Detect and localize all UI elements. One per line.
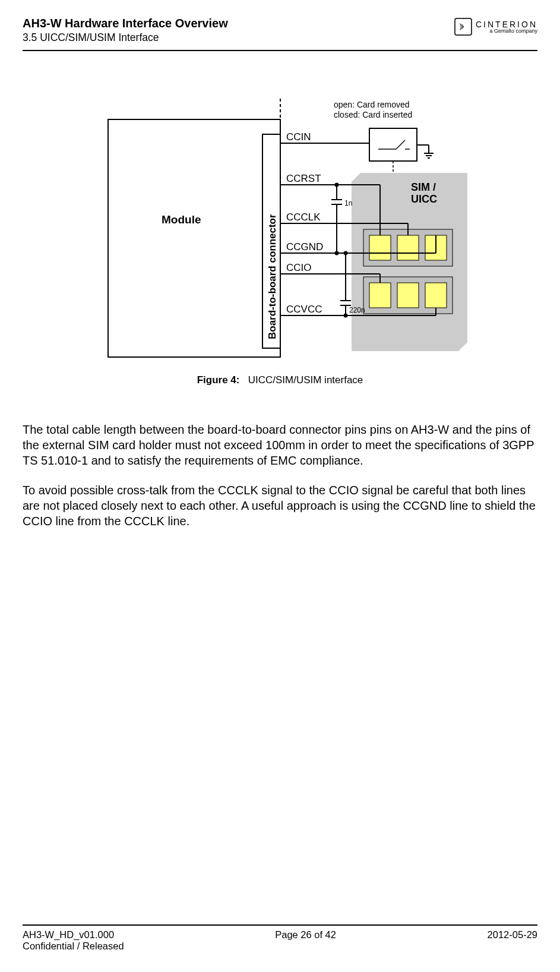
svg-point-0 (463, 26, 464, 28)
label-ccrst: CCRST (286, 173, 321, 184)
footer-left: AH3-W_HD_v01.000 Confidential / Released (23, 929, 124, 952)
footer-rule (23, 924, 537, 926)
cap-220n-label: 220n (349, 306, 365, 314)
figure-number: Figure 4: (197, 374, 240, 386)
figure-caption: Figure 4: UICC/SIM/USIM interface (23, 374, 537, 386)
sim-contact-pad (369, 283, 391, 308)
page-root: AH3-W Hardware Interface Overview 3.5 UI… (0, 0, 560, 972)
footer-page-number: Page 26 of 42 (275, 929, 336, 952)
paragraph-2: To avoid possible cross-talk from the CC… (23, 482, 537, 529)
module-label: Module (162, 213, 201, 226)
label-ccio: CCIO (286, 262, 312, 273)
sim-label-line1: SIM / (411, 181, 436, 193)
cap-1n-label: 1n (344, 199, 352, 207)
footer-confidentiality: Confidential / Released (23, 941, 124, 952)
figure-caption-text: UICC/SIM/USIM interface (248, 374, 363, 386)
signal-icon (458, 22, 468, 31)
header-titles: AH3-W Hardware Interface Overview 3.5 UI… (23, 17, 228, 44)
brand-logo: CINTERION a Gemalto company (454, 18, 537, 36)
label-ccclk: CCCLK (286, 212, 321, 223)
switch-box (369, 128, 417, 161)
module-box (108, 119, 280, 357)
sim-contact-pad (397, 283, 419, 308)
doc-title: AH3-W Hardware Interface Overview (23, 17, 228, 30)
body-text: The total cable length between the board… (23, 422, 537, 529)
header-rule (23, 50, 537, 51)
label-ccin: CCIN (286, 131, 311, 143)
switch-note-line2: closed: Card inserted (334, 110, 412, 119)
diagram-svg: Module Board-to-board connector SIM / UI… (72, 87, 488, 366)
diagram: Module Board-to-board connector SIM / UI… (72, 87, 488, 366)
page-header: AH3-W Hardware Interface Overview 3.5 UI… (23, 17, 537, 44)
sim-contact-pad (397, 235, 419, 260)
label-ccgnd: CCGND (286, 241, 323, 253)
sim-contact-pad (425, 283, 447, 308)
switch-note-line1: open: Card removed (334, 100, 410, 109)
connector-label: Board-to-board connector (267, 214, 278, 339)
sim-label-line2: UICC (411, 193, 437, 205)
footer-date: 2012-05-29 (488, 929, 537, 952)
logo-mark-icon (454, 18, 472, 36)
page-footer: AH3-W_HD_v01.000 Confidential / Released… (23, 924, 537, 952)
label-ccvcc: CCVCC (286, 304, 322, 315)
paragraph-1: The total cable length between the board… (23, 422, 537, 468)
sim-contact-pad (369, 235, 391, 260)
footer-doc-id: AH3-W_HD_v01.000 (23, 929, 124, 941)
doc-section: 3.5 UICC/SIM/USIM Interface (23, 31, 228, 44)
logo-text: CINTERION a Gemalto company (476, 20, 537, 34)
